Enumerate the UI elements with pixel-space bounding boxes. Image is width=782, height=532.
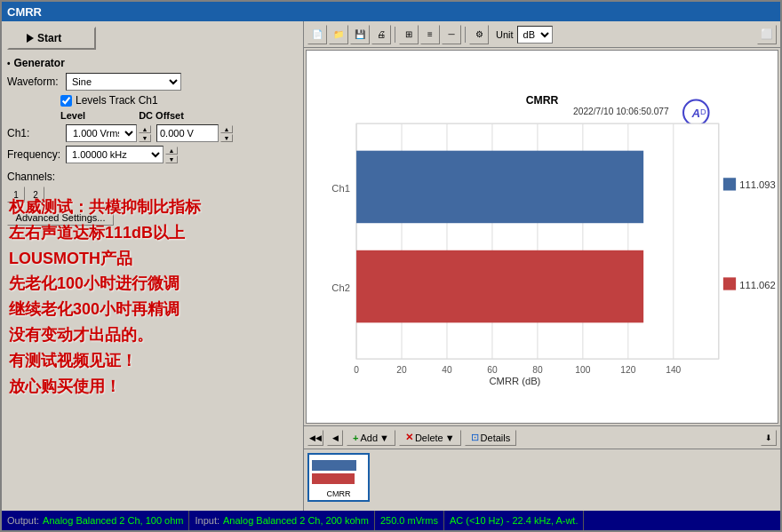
delete-icon: ✕ [405, 432, 413, 443]
svg-text:100: 100 [575, 365, 590, 375]
delete-dropdown-icon: ▼ [445, 433, 455, 443]
toolbar-sep-2 [465, 27, 466, 43]
toolbar-btn-3[interactable]: 💾 [350, 25, 370, 44]
play-icon [27, 34, 34, 43]
levels-track-label: Levels Track Ch1 [76, 94, 158, 107]
svg-text:120: 120 [620, 365, 635, 375]
svg-text:D: D [700, 107, 706, 116]
svg-text:0: 0 [354, 365, 359, 375]
dc-value-group: ▲ ▼ [156, 124, 233, 142]
download-button[interactable]: ⬇ [761, 430, 777, 446]
chart-svg: CMRR 2022/7/10 10:06:50.077 A D [307, 51, 778, 423]
freq-row: Frequency: 1.00000 kHz 100 Hz 10 kHz ▲ ▼ [7, 146, 298, 163]
cn-line5: 继续老化300小时再精调 [9, 297, 201, 322]
details-button[interactable]: ⊡ Details [465, 430, 517, 446]
cn-line7: 有测试视频见证！ [9, 348, 201, 374]
details-label: Details [481, 433, 511, 443]
svg-text:CMRR (dB): CMRR (dB) [489, 376, 540, 386]
toolbar-btn-7[interactable]: ─ [442, 25, 461, 44]
waveform-label: Waveform: [7, 75, 60, 88]
main-window: CMRR Start • Generator Waveform: Sine [0, 0, 782, 532]
levels-track-checkbox[interactable] [60, 95, 72, 107]
levels-track-row: Levels Track Ch1 [60, 94, 298, 107]
title-text: CMRR [7, 5, 42, 19]
thumb-label: CMRR [327, 489, 351, 498]
ch1-row: Ch1: 1.000 Vrms 500 mVrms 2.000 Vrms ▲ ▼ [7, 124, 298, 142]
dc-spinner: ▲ ▼ [220, 125, 233, 142]
svg-text:Ch1: Ch1 [331, 183, 350, 194]
dc-input[interactable] [156, 124, 219, 142]
svg-text:20: 20 [396, 365, 407, 375]
unit-select[interactable]: dB Linear [517, 26, 553, 44]
generator-section: • Generator Waveform: Sine Square Triang… [7, 57, 298, 167]
start-button[interactable]: Start [7, 27, 96, 50]
nav-prev[interactable]: ◀ [327, 430, 343, 446]
toolbar-btn-5[interactable]: ⊞ [399, 25, 419, 44]
thumbnail-area: CMRR [304, 449, 780, 511]
freq-label: Frequency: [7, 148, 60, 161]
measurement-value: 250.0 mVrms [380, 515, 438, 526]
ch1-up[interactable]: ▲ [139, 125, 151, 133]
toolbar-sep-1 [395, 27, 395, 43]
ch1-value-group: 1.000 Vrms 500 mVrms 2.000 Vrms ▲ ▼ [66, 124, 151, 142]
svg-rect-30 [723, 277, 736, 290]
cn-line1: 权威测试：共模抑制比指标 [9, 195, 201, 220]
delete-label: Delete [415, 433, 443, 443]
main-content: Start • Generator Waveform: Sine Square … [2, 21, 780, 511]
level-col-label: Level [60, 110, 85, 121]
toolbar-btn-1[interactable]: 📄 [307, 25, 327, 44]
toolbar-btn-8[interactable]: ⚙ [469, 25, 489, 44]
thumb-bar-ch2 [312, 473, 355, 484]
svg-text:111.062 dB: 111.062 dB [739, 280, 778, 290]
title-bar: CMRR [2, 2, 780, 21]
freq-up[interactable]: ▲ [165, 147, 178, 155]
input-label: Input: [195, 515, 219, 526]
svg-text:CMRR: CMRR [526, 94, 559, 107]
filter-status: AC (<10 Hz) - 22.4 kHz, A-wt. [444, 511, 585, 530]
toolbar-btn-2[interactable]: 📁 [329, 25, 348, 44]
left-panel: Start • Generator Waveform: Sine Square … [2, 21, 304, 511]
dc-up[interactable]: ▲ [220, 125, 233, 133]
level-row: Level DC Offset [60, 110, 298, 121]
toolbar-btn-6[interactable]: ≡ [420, 25, 440, 44]
svg-text:111.093 dB: 111.093 dB [739, 179, 778, 190]
nav-first[interactable]: ◀◀ [307, 430, 323, 446]
freq-spinner: ▲ ▼ [165, 147, 178, 163]
thumb-bars [312, 457, 365, 488]
cn-line6: 没有变动才出品的。 [9, 322, 201, 348]
right-panel: 📄 📁 💾 🖨 ⊞ ≡ ─ ⚙ Unit dB Linear ⬜ [304, 21, 780, 511]
freq-group: 1.00000 kHz 100 Hz 10 kHz ▲ ▼ [66, 146, 178, 163]
cn-line3: LOUSMOTH产品 [9, 246, 201, 272]
waveform-row: Waveform: Sine Square Triangle [7, 73, 298, 91]
ch1-select[interactable]: 1.000 Vrms 500 mVrms 2.000 Vrms [66, 124, 137, 142]
chinese-text: 权威测试：共模抑制比指标 左右声道达标111dB以上 LOUSMOTH产品 先老… [9, 195, 201, 399]
cn-line8: 放心购买使用！ [9, 374, 201, 400]
add-label: Add [360, 433, 378, 443]
svg-text:40: 40 [442, 365, 452, 375]
svg-rect-28 [723, 178, 736, 190]
toolbar-btn-4[interactable]: 🖨 [371, 25, 391, 44]
add-dropdown-icon: ▼ [379, 433, 389, 443]
add-icon: + [353, 433, 358, 443]
thumbnail-cmrr[interactable]: CMRR [307, 453, 370, 502]
chart-toolbar: 📄 📁 💾 🖨 ⊞ ≡ ─ ⚙ Unit dB Linear ⬜ [304, 21, 780, 48]
dc-offset-col: DC Offset [139, 110, 184, 121]
svg-text:A: A [690, 107, 700, 120]
ch1-spinner: ▲ ▼ [139, 125, 151, 142]
waveform-select[interactable]: Sine Square Triangle [66, 73, 181, 91]
ch1-label: Ch1: [7, 127, 60, 139]
delete-button[interactable]: ✕ Delete ▼ [399, 430, 461, 446]
expand-button[interactable]: ⬜ [757, 25, 777, 44]
input-value: Analog Balanced 2 Ch, 200 kohm [223, 515, 369, 526]
cn-line2: 左右声道达标111dB以上 [9, 220, 201, 246]
svg-rect-26 [356, 151, 643, 224]
output-status: Output: Analog Balanced 2 Ch, 100 ohm [2, 511, 189, 530]
freq-select[interactable]: 1.00000 kHz 100 Hz 10 kHz [66, 146, 164, 163]
dc-down[interactable]: ▼ [220, 134, 233, 142]
start-label: Start [37, 32, 61, 44]
ch1-down[interactable]: ▼ [139, 134, 151, 142]
freq-down[interactable]: ▼ [165, 155, 178, 163]
input-status: Input: Analog Balanced 2 Ch, 200 kohm [189, 511, 374, 530]
filter-value: AC (<10 Hz) - 22.4 kHz, A-wt. [450, 515, 579, 526]
add-button[interactable]: + Add ▼ [347, 430, 395, 446]
